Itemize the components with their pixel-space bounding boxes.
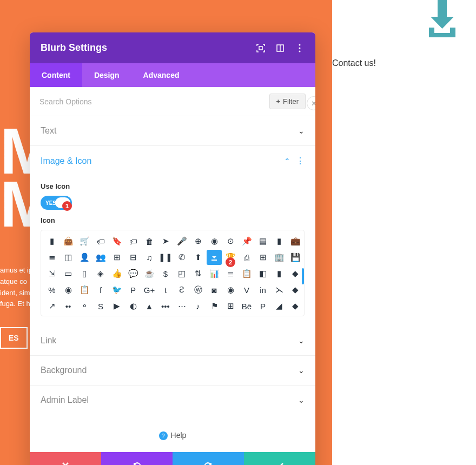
icon-option-gplus[interactable]: G+ bbox=[142, 282, 157, 297]
section-image-icon[interactable]: Image & Icon ⌃⋮ bbox=[30, 146, 315, 176]
icon-option-user[interactable]: 👤 bbox=[77, 250, 92, 265]
icon-option-twitter[interactable]: 🐦 bbox=[109, 282, 124, 297]
icon-option-group[interactable]: ◫ bbox=[61, 250, 76, 265]
icon-option-bookmark2[interactable]: ▮ bbox=[272, 234, 287, 249]
icon-option-dollar[interactable]: $ bbox=[158, 266, 173, 281]
save-button[interactable] bbox=[244, 452, 315, 465]
icon-option-laptop[interactable]: ▭ bbox=[61, 266, 76, 281]
icon-option-flickr[interactable]: •• bbox=[61, 298, 76, 314]
icon-option-wallet[interactable]: ◰ bbox=[174, 266, 189, 281]
icon-option-picasa[interactable]: ◐ bbox=[125, 298, 141, 314]
icon-option-cart[interactable]: 🛒 bbox=[77, 234, 92, 249]
icon-option-rss[interactable]: ⋋ bbox=[272, 282, 287, 297]
icon-option-myspace[interactable]: ⚬ bbox=[77, 298, 92, 314]
icon-option-pause[interactable]: ❚❚ bbox=[158, 250, 173, 265]
icon-option-offset3[interactable]: ◆ bbox=[288, 298, 303, 314]
icon-option-upload[interactable]: ⬆ bbox=[190, 250, 206, 265]
section-background[interactable]: Background ⌄ bbox=[30, 356, 315, 386]
icon-option-cube[interactable]: ◧ bbox=[255, 266, 270, 281]
icon-option-print[interactable]: ⎙ bbox=[239, 250, 254, 265]
icon-option-comment[interactable]: 💬 bbox=[125, 266, 141, 281]
icon-option-people[interactable]: ⇅ bbox=[190, 266, 206, 281]
filter-button[interactable]: +Filter bbox=[269, 94, 306, 109]
icon-option-clipboard[interactable]: 📋 bbox=[239, 266, 254, 281]
expand-icon[interactable] bbox=[256, 43, 266, 53]
icon-option-coffee[interactable]: ☕ bbox=[142, 266, 157, 281]
icon-option-deviant[interactable]: ◢ bbox=[272, 298, 287, 314]
icon-option-dots1[interactable]: ••• bbox=[158, 298, 173, 314]
icon-option-shapes[interactable]: ◈ bbox=[93, 266, 108, 281]
icon-option-paypal[interactable]: P bbox=[255, 298, 270, 314]
icon-option-bookmark[interactable]: ▮ bbox=[44, 234, 60, 249]
icon-option-drive[interactable]: ▲ bbox=[142, 298, 157, 314]
icon-option-tumblr[interactable]: t bbox=[158, 282, 173, 297]
tab-design[interactable]: Design bbox=[82, 63, 131, 87]
icon-option-chart[interactable]: 📊 bbox=[207, 266, 222, 281]
icon-option-collapse[interactable]: ⇲ bbox=[44, 266, 60, 281]
icon-option-circle[interactable]: ◉ bbox=[61, 282, 76, 297]
icon-option-tags[interactable]: 🏷 bbox=[125, 234, 141, 249]
icon-option-bars[interactable]: ▮ bbox=[272, 266, 287, 281]
icon-option-pin2[interactable]: ⊙ bbox=[223, 234, 238, 249]
section-link[interactable]: Link ⌄ bbox=[30, 326, 315, 356]
scrollbar-thumb[interactable] bbox=[302, 268, 304, 284]
section-admin-label[interactable]: Admin Label ⌄ bbox=[30, 386, 315, 415]
icon-option-briefcase[interactable]: 💼 bbox=[288, 234, 303, 249]
icon-option-facebook[interactable]: f bbox=[93, 282, 108, 297]
section-menu-icon[interactable]: ⋮ bbox=[296, 156, 305, 165]
menu-dots-icon[interactable] bbox=[295, 43, 305, 53]
icon-option-music[interactable]: ♫ bbox=[142, 250, 157, 265]
close-button[interactable] bbox=[30, 452, 101, 465]
icon-option-stumble[interactable]: Ƨ bbox=[174, 282, 189, 297]
icon-option-pinterest[interactable]: P bbox=[125, 282, 141, 297]
undo-button[interactable] bbox=[101, 452, 173, 465]
icon-option-grid[interactable]: ⊟ bbox=[125, 250, 141, 265]
search-input[interactable]: Search Options bbox=[39, 97, 92, 106]
icon-option-spotify[interactable]: ♪ bbox=[190, 298, 206, 314]
icon-option-flagcircle[interactable]: ⚑ bbox=[207, 298, 222, 314]
hero-button[interactable]: ES bbox=[0, 327, 28, 349]
icon-option-offset[interactable]: ◆ bbox=[288, 266, 303, 281]
icon-option-pin[interactable]: ◉ bbox=[207, 234, 222, 249]
icon-option-skype[interactable]: S bbox=[93, 298, 108, 314]
icon-option-behance[interactable]: Bē bbox=[239, 298, 254, 314]
icon-option-phone[interactable]: ✆ bbox=[174, 250, 189, 265]
icon-option-offset2[interactable]: ◆ bbox=[288, 282, 303, 297]
icon-option-dribbble[interactable]: ◉ bbox=[223, 282, 238, 297]
icon-option-tablet[interactable]: ▯ bbox=[77, 266, 92, 281]
redo-button[interactable] bbox=[173, 452, 244, 465]
icon-option-save[interactable]: 💾 bbox=[288, 250, 303, 265]
icon-option-users[interactable]: 👥 bbox=[93, 250, 108, 265]
icon-option-building[interactable]: 🏢 bbox=[272, 250, 287, 265]
icon-option-th[interactable]: ⊞ bbox=[109, 250, 124, 265]
icon-option-wordpress[interactable]: ⓦ bbox=[190, 282, 206, 297]
icon-option-youtube[interactable]: ▶ bbox=[109, 298, 124, 314]
tab-advanced[interactable]: Advanced bbox=[131, 63, 191, 87]
icon-option-compass[interactable]: ⊕ bbox=[190, 234, 206, 249]
icon-option-like[interactable]: 👍 bbox=[109, 266, 124, 281]
icon-option-paste[interactable]: 📋 bbox=[77, 282, 92, 297]
help-link[interactable]: ?Help bbox=[30, 415, 315, 452]
icon-option-tag[interactable]: 🏷 bbox=[93, 234, 108, 249]
icon-option-download[interactable] bbox=[207, 250, 222, 265]
icon-option-cursor[interactable]: ➤ bbox=[158, 234, 173, 249]
icon-option-dots2[interactable]: ⋯ bbox=[174, 298, 189, 314]
icon-option-vimeo[interactable]: V bbox=[239, 282, 254, 297]
section-text[interactable]: Text ⌄ bbox=[30, 116, 315, 146]
icon-option-thumbtack[interactable]: 📌 bbox=[239, 234, 254, 249]
icon-option-calc[interactable]: ⊞ bbox=[255, 250, 270, 265]
icon-option-database[interactable]: ≣ bbox=[223, 266, 238, 281]
icon-option-percent[interactable]: % bbox=[44, 282, 60, 297]
tab-content[interactable]: Content bbox=[30, 63, 82, 87]
icon-option-doc[interactable]: ▤ bbox=[255, 234, 270, 249]
icon-option-mic[interactable]: 🎤 bbox=[174, 234, 189, 249]
icon-option-trash[interactable]: 🗑 bbox=[142, 234, 157, 249]
icon-option-stack[interactable]: ≣ bbox=[44, 250, 60, 265]
icon-option-instagram[interactable]: ◙ bbox=[207, 282, 222, 297]
columns-icon[interactable] bbox=[275, 43, 285, 53]
icon-option-tag2[interactable]: 🔖 bbox=[109, 234, 124, 249]
icon-option-windows[interactable]: ⊞ bbox=[223, 298, 238, 314]
icon-option-share[interactable]: ↗ bbox=[44, 298, 60, 314]
icon-option-bag[interactable]: 👜 bbox=[61, 234, 76, 249]
icon-option-linkedin[interactable]: in bbox=[255, 282, 270, 297]
